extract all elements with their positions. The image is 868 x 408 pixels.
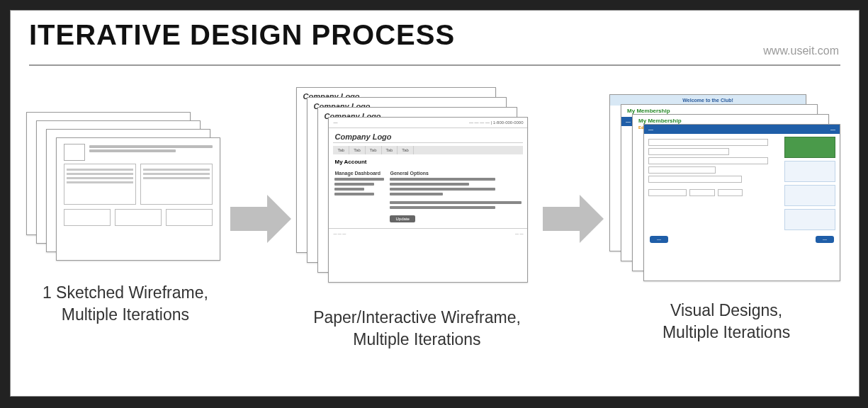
- company-logo-label: Company Logo: [329, 128, 527, 142]
- caption-line: Multiple Iterations: [353, 330, 480, 348]
- caption-line: Multiple Iterations: [663, 323, 790, 341]
- main-heading: General Options: [390, 171, 522, 176]
- stage-caption: Paper/Interactive Wireframe, Multiple It…: [313, 307, 521, 351]
- caption-line: Paper/Interactive Wireframe,: [313, 308, 521, 327]
- section-title: My Account: [329, 157, 527, 166]
- stage-caption: Visual Designs, Multiple Iterations: [663, 300, 790, 344]
- slide: ITERATIVE DESIGN PROCESS www.useit.com: [10, 10, 859, 397]
- stage-sketch: 1 Sketched Wireframe, Multiple Iteration…: [26, 112, 225, 326]
- sketch-card: [56, 137, 220, 261]
- arrow-icon: [543, 195, 604, 243]
- caption-line: Visual Designs,: [670, 301, 782, 319]
- process-row: 1 Sketched Wireframe, Multiple Iteration…: [11, 66, 859, 351]
- stage-caption: 1 Sketched Wireframe, Multiple Iteration…: [43, 282, 208, 326]
- stage-visual: Welcome to the Club! My Membership —— My…: [609, 94, 843, 344]
- primary-button: —: [816, 236, 834, 243]
- stage-wireframe: Company Logo Company Logo Company Logo —…: [296, 87, 537, 351]
- caption-line: Multiple Iterations: [62, 305, 189, 324]
- wire-stack: Company Logo Company Logo Company Logo —…: [296, 87, 537, 293]
- arrow-icon: [230, 195, 291, 243]
- primary-button: —: [650, 236, 668, 243]
- update-button: Update: [390, 215, 415, 222]
- visual-card: ——: [643, 124, 840, 281]
- side-heading: Manage Dashboard: [334, 171, 384, 176]
- header: ITERATIVE DESIGN PROCESS www.useit.com: [11, 11, 859, 60]
- sketch-stack: [26, 112, 225, 268]
- visual-stack: Welcome to the Club! My Membership —— My…: [609, 94, 843, 285]
- wire-card: —— — — — | 1-800-000-0000 Company Logo T…: [328, 117, 528, 283]
- caption-line: 1 Sketched Wireframe,: [43, 283, 208, 302]
